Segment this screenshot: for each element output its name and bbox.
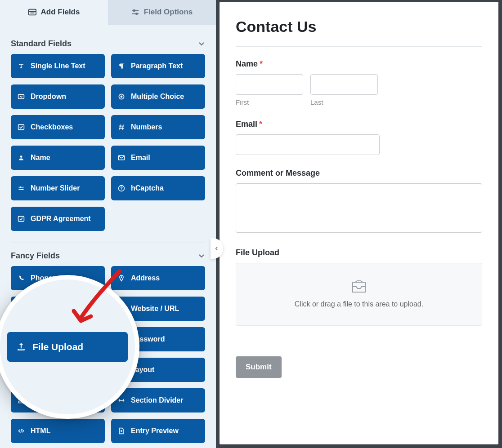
field-numbers[interactable]: Numbers [111,115,205,139]
question-icon [117,184,126,192]
svg-point-11 [20,155,22,158]
user-icon [17,154,25,162]
sliders-icon [131,9,139,16]
field-html[interactable]: HTML [11,419,105,443]
field-label: Website / URL [131,305,179,313]
first-name-input[interactable] [236,74,303,95]
field-checkboxes[interactable]: Checkboxes [11,115,105,139]
comment-textarea[interactable] [236,183,482,233]
svg-point-9 [121,96,123,98]
tab-label: Add Fields [41,8,80,17]
tab-label: Field Options [144,8,193,17]
field-email[interactable]: Email [111,146,205,170]
svg-point-6 [136,13,138,15]
field-label: Address [131,274,160,282]
svg-line-36 [21,429,22,433]
field-label: Checkboxes [31,123,73,131]
field-comment: Comment or Message [236,169,482,235]
mail-icon [117,154,126,162]
magnifier-callout: File Upload [0,275,139,419]
field-name[interactable]: Name [11,146,105,170]
svg-rect-19 [18,216,24,221]
file-dropzone[interactable]: Click or drag a file to this area to upl… [236,263,482,326]
comment-label: Comment or Message [236,169,482,178]
sidebar-tabs: Add Fields Field Options [0,0,216,25]
field-single-line-text[interactable]: Single Line Text [11,54,105,78]
last-name-input[interactable] [310,74,378,95]
file-upload-field-magnified: File Upload [7,332,128,362]
field-label: Dropdown [31,93,66,101]
name-label: Name* [236,59,482,69]
field-label: hCaptcha [131,184,164,192]
mag-label: File Upload [32,342,83,352]
standard-fields-grid: Single Line TextParagraph TextDropdownMu… [11,54,205,235]
email-label: Email* [236,120,482,129]
dropdown-icon [17,93,25,101]
svg-point-16 [22,189,23,190]
text-icon [17,62,25,70]
svg-rect-0 [28,9,36,15]
hash-icon [117,123,126,131]
divider-icon [117,396,126,404]
paragraph-icon [117,62,126,70]
chevron-down-icon [198,252,205,259]
check-icon [17,215,25,223]
doc-icon [117,427,126,435]
field-label: HTML [31,427,50,435]
field-label: GDPR Agreement [31,215,91,223]
section-fancy-header[interactable]: Fancy Fields [11,243,205,266]
section-standard-header[interactable]: Standard Fields [11,31,205,54]
field-gdpr-agreement[interactable]: GDPR Agreement [11,207,105,231]
field-label: Email [131,154,150,162]
form-preview: Contact Us Name* First Last [220,2,498,444]
form-title: Contact Us [236,18,482,35]
upload-icon [16,342,26,352]
radio-icon [117,93,126,101]
field-section-divider[interactable]: Section Divider [111,388,205,413]
svg-rect-10 [18,124,24,129]
field-label: Number Slider [31,184,80,192]
inbox-icon [351,280,367,294]
file-upload-label: File Upload [236,248,482,257]
field-label: Multiple Choice [131,93,184,101]
form-icon [28,9,36,16]
field-multiple-choice[interactable]: Multiple Choice [111,84,205,109]
submit-button[interactable]: Submit [236,356,282,378]
field-label: Numbers [131,123,162,131]
check-icon [17,123,25,131]
phone-icon [17,274,25,282]
field-label: Section Divider [131,396,183,404]
field-label: Single Line Text [31,62,85,70]
tab-field-options[interactable]: Field Options [108,0,216,25]
field-label: Entry Preview [131,427,179,435]
field-label: Paragraph Text [131,62,183,70]
required-marker: * [260,59,263,68]
svg-point-20 [121,276,122,278]
svg-point-4 [133,10,135,12]
field-entry-preview[interactable]: Entry Preview [111,419,205,443]
field-dropdown[interactable]: Dropdown [11,84,105,109]
email-input[interactable] [236,134,380,155]
field-label: Name [31,154,50,162]
field-hcaptcha[interactable]: hCaptcha [111,176,205,200]
required-marker: * [259,120,262,129]
pin-icon [117,274,126,282]
chevron-down-icon [198,40,205,47]
field-number-slider[interactable]: Number Slider [11,176,105,200]
field-email: Email* [236,120,482,155]
first-sublabel: First [236,98,303,106]
title-rule [236,46,482,47]
field-name: Name* First Last [236,59,482,106]
last-sublabel: Last [310,98,378,106]
slider-icon [17,184,25,192]
section-title: Fancy Fields [11,251,60,261]
field-address[interactable]: Address [111,266,205,290]
dropzone-text: Click or drag a file to this area to upl… [295,300,423,308]
svg-point-18 [121,189,122,190]
section-title: Standard Fields [11,39,72,49]
form-preview-wrap: Contact Us Name* First Last [216,0,502,448]
field-paragraph-text[interactable]: Paragraph Text [111,54,205,78]
field-file-upload: File Upload Click or drag a file to this… [236,248,482,326]
svg-point-14 [20,186,21,188]
tab-add-fields[interactable]: Add Fields [0,0,108,25]
